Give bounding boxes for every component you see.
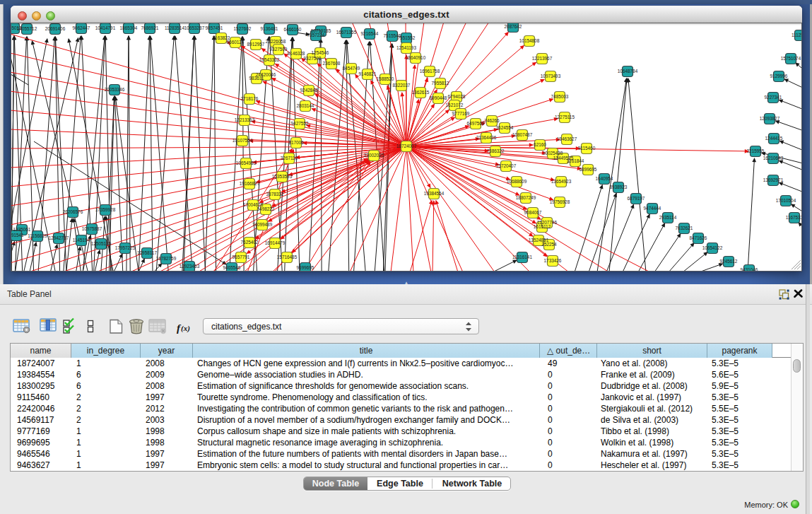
svg-text:7485003: 7485003 — [551, 94, 569, 99]
svg-text:10654983: 10654983 — [236, 160, 257, 165]
svg-text:8322037: 8322037 — [393, 83, 411, 88]
svg-text:9062447: 9062447 — [73, 25, 90, 30]
svg-text:3267110: 3267110 — [281, 156, 298, 160]
svg-text:15353593: 15353593 — [272, 174, 293, 179]
svg-text:20691406: 20691406 — [45, 26, 66, 31]
svg-text:7551552: 7551552 — [398, 35, 416, 40]
svg-text:3624554: 3624554 — [496, 125, 514, 130]
svg-text:1362615: 1362615 — [412, 90, 430, 95]
svg-text:12213967: 12213967 — [532, 56, 553, 61]
svg-text:14055712: 14055712 — [17, 26, 37, 31]
svg-text:9216544: 9216544 — [361, 31, 379, 36]
svg-text:9657791: 9657791 — [233, 255, 250, 259]
svg-text:9431046: 9431046 — [741, 267, 758, 271]
svg-text:10975887: 10975887 — [82, 226, 102, 231]
svg-text:1588520: 1588520 — [377, 76, 394, 81]
svg-text:12093827: 12093827 — [760, 116, 780, 121]
svg-text:9146821: 9146821 — [359, 71, 377, 76]
svg-text:2367608: 2367608 — [323, 61, 341, 66]
svg-text:9327508: 9327508 — [304, 56, 322, 61]
svg-text:9227341: 9227341 — [765, 95, 782, 100]
svg-text:10958117: 10958117 — [137, 250, 157, 255]
svg-text:19384554: 19384554 — [424, 191, 445, 196]
svg-text:10543362: 10543362 — [259, 57, 280, 62]
svg-text:252254: 252254 — [541, 242, 557, 247]
svg-text:10154808: 10154808 — [519, 38, 540, 43]
svg-text:9857451: 9857451 — [206, 25, 223, 30]
svg-text:16782759: 16782759 — [156, 256, 177, 261]
svg-text:7955812: 7955812 — [432, 81, 449, 86]
svg-text:1244415: 1244415 — [765, 136, 783, 141]
svg-text:9245612: 9245612 — [720, 259, 738, 264]
svg-text:9115460: 9115460 — [578, 146, 596, 151]
svg-text:9699695: 9699695 — [297, 265, 314, 270]
svg-text:26206576: 26206576 — [63, 209, 83, 214]
svg-text:3215955: 3215955 — [747, 148, 765, 153]
svg-text:10648784: 10648784 — [618, 69, 638, 74]
svg-text:8146328: 8146328 — [288, 51, 305, 56]
svg-text:23226058: 23226058 — [266, 39, 286, 44]
svg-text:10688609: 10688609 — [507, 179, 527, 184]
svg-text:1167533: 1167533 — [786, 215, 802, 220]
svg-text:15720407: 15720407 — [496, 163, 517, 168]
svg-text:19166827: 19166827 — [240, 181, 260, 186]
svg-text:8471626: 8471626 — [690, 235, 707, 240]
svg-text:17957225: 17957225 — [115, 245, 136, 250]
svg-text:7357224: 7357224 — [307, 33, 325, 37]
svg-text:1733426: 1733426 — [544, 258, 562, 263]
svg-text:1865304: 1865304 — [120, 25, 138, 30]
svg-text:7686921: 7686921 — [141, 25, 159, 30]
svg-text:10653287: 10653287 — [184, 25, 205, 30]
svg-text:23002035: 23002035 — [364, 153, 384, 158]
svg-text:16961758: 16961758 — [420, 69, 440, 74]
svg-text:12541193: 12541193 — [396, 45, 416, 50]
svg-text:74099489: 74099489 — [252, 222, 273, 227]
svg-text:1112544: 1112544 — [792, 33, 802, 37]
svg-text:983611: 983611 — [249, 76, 264, 81]
svg-text:991541: 991541 — [11, 233, 24, 238]
svg-text:9084067: 9084067 — [524, 210, 542, 215]
svg-text:11207746: 11207746 — [537, 220, 557, 225]
svg-text:12275115: 12275115 — [555, 115, 575, 119]
svg-text:6879197: 6879197 — [628, 196, 645, 201]
svg-text:9427552: 9427552 — [291, 121, 309, 126]
svg-text:9136481: 9136481 — [261, 26, 278, 31]
svg-text:15716485: 15716485 — [277, 255, 298, 259]
svg-text:15751074: 15751074 — [781, 56, 801, 61]
svg-text:1527602: 1527602 — [234, 26, 252, 31]
svg-text:10807487: 10807487 — [512, 132, 533, 137]
svg-text:21364436: 21364436 — [476, 135, 497, 140]
svg-text:11156829: 11156829 — [28, 233, 47, 238]
svg-text:10654122: 10654122 — [702, 245, 723, 250]
svg-text:9129996: 9129996 — [770, 74, 788, 78]
svg-text:17010504: 17010504 — [776, 198, 796, 203]
svg-text:6497568: 6497568 — [467, 121, 485, 126]
svg-text:1261844: 1261844 — [567, 158, 584, 163]
svg-text:8912957: 8912957 — [247, 42, 265, 47]
svg-text:2718176: 2718176 — [241, 96, 259, 101]
svg-text:13692971: 13692971 — [763, 177, 784, 182]
svg-text:8454749: 8454749 — [343, 66, 360, 71]
svg-text:746266: 746266 — [484, 118, 500, 123]
svg-text:8938923: 8938923 — [610, 185, 628, 189]
svg-text:1621072: 1621072 — [446, 103, 464, 107]
svg-text:62160: 62160 — [534, 142, 546, 147]
svg-text:17359928: 17359928 — [95, 207, 116, 212]
svg-text:16914479: 16914479 — [265, 240, 286, 245]
svg-text:10107554: 10107554 — [233, 138, 253, 143]
svg-text:6466160: 6466160 — [284, 27, 302, 32]
svg-text:1640954: 1640954 — [596, 176, 613, 181]
svg-text:1254546: 1254546 — [312, 50, 329, 55]
svg-text:2935114: 2935114 — [659, 215, 677, 220]
svg-text:19756928: 19756928 — [550, 199, 570, 204]
svg-text:8660124: 8660124 — [227, 40, 245, 45]
svg-text:10973493: 10973493 — [541, 74, 561, 78]
svg-text:16671355: 16671355 — [336, 30, 357, 35]
svg-text:9777169: 9777169 — [452, 111, 470, 116]
svg-text:6899695: 6899695 — [579, 167, 597, 172]
svg-text:18807249: 18807249 — [516, 195, 536, 200]
svg-text:8990448: 8990448 — [430, 95, 447, 100]
svg-text:13654923: 13654923 — [551, 179, 572, 184]
svg-text:9474444: 9474444 — [644, 206, 661, 211]
svg-text:12923463: 12923463 — [180, 264, 200, 269]
